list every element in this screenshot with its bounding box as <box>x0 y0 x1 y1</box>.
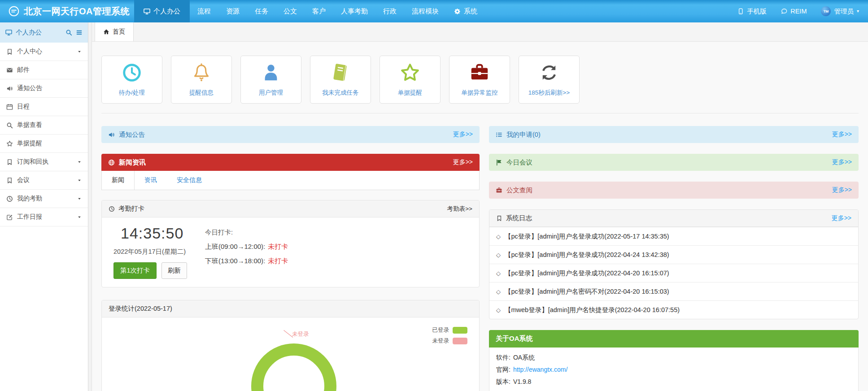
sidebar-item-9[interactable]: 工作日报 <box>0 208 88 226</box>
syslog-panel: 系统日志 更多>> ◇【pc登录】[admin]用户名登录成功(2022-05-… <box>489 209 859 319</box>
about-row-value: OA系统 <box>513 354 535 362</box>
document-more-link[interactable]: 更多>> <box>832 186 852 194</box>
syslog-rows: ◇【pc登录】[admin]用户名登录成功(2022-05-17 14:35:3… <box>489 227 858 319</box>
nav-item-label: 行政 <box>383 7 397 16</box>
nav-item-6[interactable]: 人事考勤 <box>333 0 375 22</box>
shortcut-card-1[interactable]: 提醒信息 <box>171 56 232 104</box>
monitor-icon <box>144 8 150 15</box>
about-body: 软件:OA系统官网:http://ewangtx.com/版本:V1.9.8 <box>489 348 859 391</box>
caret-down-icon <box>77 196 82 201</box>
notice-panel: 通知公告 更多>> <box>101 126 480 143</box>
user-menu[interactable]: TM 管理员 ▾ <box>821 6 859 16</box>
nav-item-label: 流程 <box>197 7 211 16</box>
syslog-row-text: 【pc登录】[admin]用户名登录成功(2022-05-17 14:35:35… <box>505 232 669 241</box>
about-row-value: V1.9.8 <box>513 378 531 386</box>
user-icon <box>261 62 281 83</box>
bookmark-icon <box>6 48 13 55</box>
news-more-link[interactable]: 更多>> <box>453 158 473 166</box>
login-stats-header: 登录统计(2022-05-17) <box>102 300 479 317</box>
sidebar-item-4[interactable]: 单据查看 <box>0 116 88 135</box>
reim-button[interactable]: REIM <box>781 8 807 15</box>
bookmark-icon <box>6 177 13 184</box>
today-punch-label: 今日打卡: <box>205 228 288 237</box>
sidebar-item-5[interactable]: 单据提醒 <box>0 135 88 153</box>
nav-item-0[interactable]: 个人办公 <box>134 0 190 22</box>
meeting-more-link[interactable]: 更多>> <box>832 158 852 166</box>
about-row-label: 版本: <box>496 378 510 386</box>
home-icon <box>103 29 109 35</box>
globe-icon <box>108 159 115 166</box>
bell-icon <box>191 62 212 83</box>
syslog-row-2[interactable]: ◇【pc登录】[admin]用户名登录成功(2022-04-20 16:15:0… <box>489 264 858 282</box>
sidebar-scrollbar[interactable] <box>88 22 92 391</box>
shortcut-card-label: 我未完成任务 <box>323 89 359 97</box>
legend-item-1[interactable]: 未登录 <box>432 337 468 345</box>
nav-item-5[interactable]: 客户 <box>305 0 333 22</box>
nav-item-2[interactable]: 资源 <box>218 0 247 22</box>
sidebar-item-0[interactable]: 个人中心 <box>0 43 88 61</box>
mobile-version-button[interactable]: 手机版 <box>737 7 767 16</box>
calendar-icon <box>6 104 13 110</box>
sidebar-item-2[interactable]: 通知公告 <box>0 79 88 98</box>
syslog-row-3[interactable]: ◇【pc登录】[admin]用户名密码不对(2022-04-20 16:15:0… <box>489 282 858 300</box>
shortcut-card-5[interactable]: 单据异常监控 <box>449 56 510 104</box>
sidebar-title: 个人办公 <box>16 28 42 37</box>
shortcut-cards: 待办/处理提醒信息用户管理我未完成任务单据提醒单据异常监控185秒后刷新>> <box>101 56 859 104</box>
punch-in-button[interactable]: 第1次打卡 <box>113 262 157 279</box>
news-tab-2[interactable]: 安全信息 <box>167 171 212 190</box>
syslog-row-4[interactable]: ◇【mweb登录】[admin]用户名快捷登录(2022-04-20 16:07… <box>489 300 858 319</box>
shortcut-card-4[interactable]: 单据提醒 <box>379 56 441 104</box>
nav-item-9[interactable]: 系统 <box>446 0 485 22</box>
nav-item-3[interactable]: 任务 <box>247 0 276 22</box>
user-name-label: 管理员 <box>834 7 854 16</box>
tab-home[interactable]: 首页 <box>95 22 134 41</box>
attendance-panel-title: 考勤打卡 <box>118 204 144 213</box>
legend-label: 已登录 <box>432 326 449 334</box>
nav-item-label: 资源 <box>226 7 240 16</box>
avatar: TM <box>821 6 831 16</box>
sidebar: 个人办公 个人中心邮件通知公告日程单据查看单据提醒订阅和回执会议我的考勤工作日报 <box>0 22 88 391</box>
brand: 北京一网天行OA管理系统 <box>0 0 134 22</box>
document-panel: 公文查阅 更多>> <box>489 182 859 199</box>
syslog-row-0[interactable]: ◇【pc登录】[admin]用户名登录成功(2022-05-17 14:35:3… <box>489 227 858 245</box>
syslog-row-1[interactable]: ◇【pc登录】[admin]用户名登录成功(2022-04-24 13:42:3… <box>489 245 858 264</box>
website-link[interactable]: http://ewangtx.com/ <box>513 366 567 374</box>
chat-icon <box>781 8 788 15</box>
nav-item-label: 系统 <box>464 7 477 16</box>
attendance-panel-header: 考勤打卡 考勤表>> <box>102 200 479 217</box>
menu-toggle-icon[interactable] <box>76 29 83 36</box>
chart-legend: 已登录未登录 <box>432 326 468 345</box>
sidebar-item-6[interactable]: 订阅和回执 <box>0 153 88 171</box>
shortcut-card-3[interactable]: 我未完成任务 <box>310 56 371 104</box>
sidebar-item-label: 工作日报 <box>17 213 42 221</box>
refresh-button[interactable]: 刷新 <box>161 262 187 279</box>
sidebar-item-1[interactable]: 邮件 <box>0 61 88 79</box>
attendance-panel: 考勤打卡 考勤表>> 14:35:50 2022年05月17日(星期二) 第1次… <box>101 200 480 287</box>
my-apply-more-link[interactable]: 更多>> <box>832 130 852 139</box>
nav-item-1[interactable]: 流程 <box>190 0 218 22</box>
login-stats-chart: 未登录 已登录未登录 <box>102 317 479 391</box>
nav-item-8[interactable]: 流程模块 <box>404 0 446 22</box>
clock-icon <box>122 62 142 83</box>
shift-pm-line: 下班(13:00→18:00):未打卡 <box>205 257 288 265</box>
sidebar-item-8[interactable]: 我的考勤 <box>0 190 88 208</box>
sidebar-item-7[interactable]: 会议 <box>0 171 88 190</box>
shortcut-card-2[interactable]: 用户管理 <box>240 56 301 104</box>
syslog-more-link[interactable]: 更多>> <box>832 214 851 222</box>
shortcut-card-0[interactable]: 待办/处理 <box>101 56 162 104</box>
legend-swatch <box>453 327 467 334</box>
envelope-icon <box>6 67 13 74</box>
legend-item-0[interactable]: 已登录 <box>432 326 468 334</box>
search-icon[interactable] <box>65 29 72 36</box>
chevron-down-icon: ▾ <box>857 9 859 13</box>
shortcut-card-6[interactable]: 185秒后刷新>> <box>519 56 580 104</box>
nav-item-4[interactable]: 公文 <box>276 0 305 22</box>
notice-more-link[interactable]: 更多>> <box>453 130 473 139</box>
news-tab-0[interactable]: 新闻 <box>102 171 135 190</box>
news-tab-1[interactable]: 资讯 <box>135 171 167 190</box>
about-row-1: 官网:http://ewangtx.com/ <box>496 366 851 374</box>
nav-item-label: 人事考勤 <box>341 7 368 16</box>
nav-item-7[interactable]: 行政 <box>375 0 404 22</box>
attendance-sheet-link[interactable]: 考勤表>> <box>447 205 472 213</box>
sidebar-item-3[interactable]: 日程 <box>0 98 88 116</box>
